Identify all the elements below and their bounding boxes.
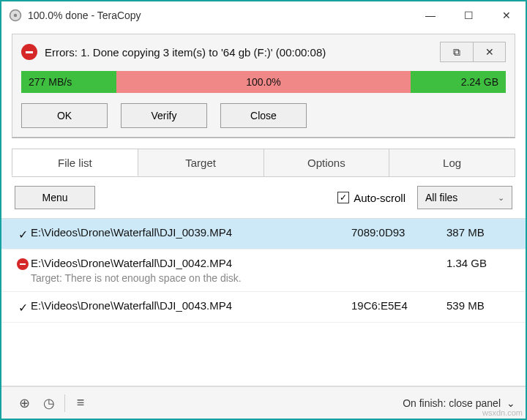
autoscroll-label: Auto-scroll bbox=[354, 192, 405, 204]
divider bbox=[64, 394, 65, 412]
tab-log[interactable]: Log bbox=[389, 149, 515, 176]
progress-bar: 277 MB/s 100.0% 2.24 GB bbox=[21, 71, 506, 93]
app-window: 100.0% done - TeraCopy — ☐ ✕ Errors: 1. … bbox=[0, 0, 527, 420]
file-path: E:\Videos\Drone\Waterfall\DJI_0039.MP4 bbox=[31, 226, 351, 239]
status-row: Errors: 1. Done copying 3 item(s) to '64… bbox=[21, 42, 506, 62]
file-size: 1.34 GB bbox=[446, 257, 512, 269]
file-path: E:\Videos\Drone\Waterfall\DJI_0043.MP4 bbox=[31, 299, 351, 312]
on-finish-selector[interactable]: On finish: close panel ⌄ bbox=[403, 397, 515, 409]
titlebar: 100.0% done - TeraCopy — ☐ ✕ bbox=[1, 1, 526, 29]
progress-speed: 277 MB/s bbox=[21, 71, 116, 93]
filter-dropdown[interactable]: All files ⌄ bbox=[417, 186, 512, 209]
panel-restore-button[interactable]: ⧉ bbox=[441, 42, 473, 61]
close-window-button[interactable]: ✕ bbox=[487, 1, 526, 29]
file-size: 539 MB bbox=[446, 299, 512, 312]
ok-button[interactable]: OK bbox=[21, 103, 108, 128]
tab-options[interactable]: Options bbox=[264, 149, 390, 176]
close-button[interactable]: Close bbox=[220, 103, 307, 128]
file-hash: 7089:0D93 bbox=[351, 226, 446, 239]
svg-point-1 bbox=[14, 14, 18, 18]
file-row[interactable]: E:\Videos\Drone\Waterfall\DJI_0042.MP4 T… bbox=[1, 250, 526, 292]
file-path: E:\Videos\Drone\Waterfall\DJI_0042.MP4 bbox=[31, 257, 351, 269]
tab-bar: File list Target Options Log bbox=[12, 149, 515, 177]
panel-controls: ⧉ ✕ bbox=[440, 42, 506, 62]
footer: ⊕ ◷ ≡ On finish: close panel ⌄ bbox=[1, 386, 526, 419]
file-row[interactable]: ✓ E:\Videos\Drone\Waterfall\DJI_0039.MP4… bbox=[1, 219, 526, 250]
check-icon: ✓ bbox=[18, 301, 28, 315]
check-icon: ✓ bbox=[18, 228, 28, 241]
maximize-button[interactable]: ☐ bbox=[449, 1, 487, 29]
tab-target[interactable]: Target bbox=[138, 149, 264, 176]
list-toolbar: Menu ✓ Auto-scroll All files ⌄ bbox=[1, 177, 526, 218]
status-panel: Errors: 1. Done copying 3 item(s) to '64… bbox=[12, 34, 515, 138]
error-icon bbox=[17, 258, 29, 270]
list-button[interactable]: ≡ bbox=[68, 392, 93, 414]
on-finish-label: On finish: close panel bbox=[403, 397, 501, 409]
history-button[interactable]: ◷ bbox=[37, 392, 61, 414]
panel-close-button[interactable]: ✕ bbox=[473, 42, 505, 61]
autoscroll-checkbox[interactable]: ✓ Auto-scroll bbox=[337, 192, 405, 204]
chevron-down-icon: ⌄ bbox=[498, 193, 504, 203]
file-hash: 19C6:E5E4 bbox=[351, 299, 446, 312]
panel-button-row: OK Verify Close bbox=[21, 103, 506, 128]
file-error-message: Target: There is not enough space on the… bbox=[31, 272, 351, 284]
file-list: ✓ E:\Videos\Drone\Waterfall\DJI_0039.MP4… bbox=[1, 218, 526, 386]
tab-file-list[interactable]: File list bbox=[12, 149, 138, 176]
window-controls: — ☐ ✕ bbox=[411, 1, 526, 29]
error-icon bbox=[21, 44, 37, 60]
minimize-button[interactable]: — bbox=[411, 1, 449, 29]
file-row[interactable]: ✓ E:\Videos\Drone\Waterfall\DJI_0043.MP4… bbox=[1, 292, 526, 323]
status-text: Errors: 1. Done copying 3 item(s) to '64… bbox=[45, 46, 440, 59]
add-button[interactable]: ⊕ bbox=[12, 392, 37, 414]
filter-label: All files bbox=[425, 192, 457, 203]
progress-percent: 100.0% bbox=[116, 71, 411, 93]
app-icon bbox=[9, 9, 22, 22]
menu-button[interactable]: Menu bbox=[15, 186, 95, 209]
checkmark-icon: ✓ bbox=[337, 192, 349, 203]
progress-total: 2.24 GB bbox=[411, 71, 506, 93]
watermark: wsxdn.com bbox=[482, 408, 523, 417]
file-size: 387 MB bbox=[446, 226, 512, 239]
verify-button[interactable]: Verify bbox=[121, 103, 207, 128]
chevron-down-icon: ⌄ bbox=[507, 397, 515, 409]
window-title: 100.0% done - TeraCopy bbox=[28, 10, 411, 21]
